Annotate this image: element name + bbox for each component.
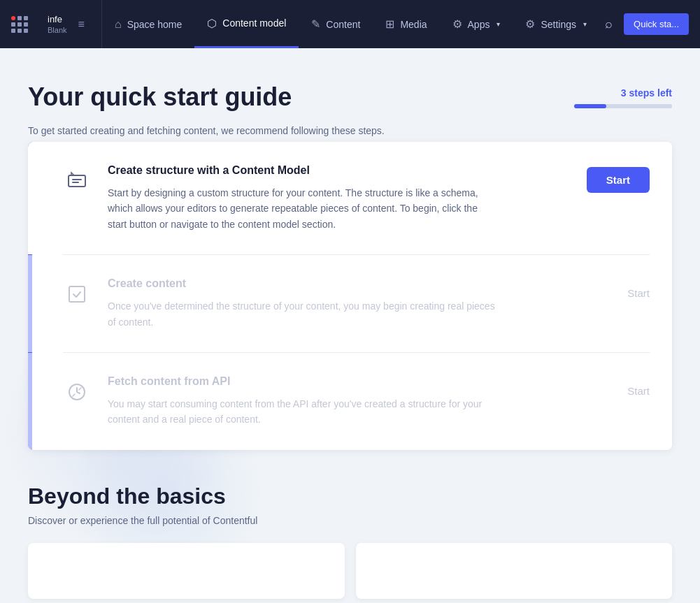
nav-content-model[interactable]: ⬡ Content model: [194, 0, 299, 48]
step-3-action: Start: [580, 375, 650, 404]
guide-card: Create structure with a Content Model St…: [28, 142, 672, 450]
nav-right: ⌕ Quick sta...: [599, 0, 700, 48]
step-3-title: Fetch content from API: [108, 375, 563, 388]
settings-icon: ⚙: [525, 17, 535, 31]
apps-chevron-icon: ▾: [497, 20, 500, 28]
media-icon: ⊞: [385, 17, 394, 31]
step-1-content: Create structure with a Content Model St…: [108, 164, 563, 232]
beyond-title: Beyond the basics: [28, 484, 672, 509]
nav-media[interactable]: ⊞ Media: [373, 0, 439, 48]
step-3-start-button: Start: [627, 378, 650, 404]
step-row-3: Fetch content from API You may start con…: [28, 353, 672, 450]
nav-settings[interactable]: ⚙ Settings ▾: [513, 0, 599, 48]
space-home-label: Space home: [127, 19, 183, 30]
home-icon: ⌂: [115, 18, 122, 31]
beyond-cards: [28, 543, 672, 599]
svg-rect-1: [69, 286, 85, 302]
apps-label: Apps: [468, 19, 490, 30]
grid-icon: [11, 16, 28, 33]
step-2-start-button: Start: [627, 280, 650, 306]
settings-chevron-icon: ▾: [583, 20, 587, 28]
step-2-content: Create content Once you've determined th…: [108, 277, 563, 330]
guide-title: Your quick start guide: [28, 82, 292, 112]
main-content: Your quick start guide 3 steps left To g…: [0, 48, 700, 603]
nav-brand: infe Blank ≡: [39, 0, 102, 48]
brand-sub: Blank: [48, 26, 67, 34]
nav-content[interactable]: ✎ Content: [299, 0, 373, 48]
step-2-title: Create content: [108, 277, 563, 290]
app-launcher[interactable]: [0, 0, 39, 48]
beyond-card-2[interactable]: [356, 543, 673, 599]
guide-subtitle: To get started creating and fetching con…: [28, 125, 672, 136]
progress-bar-fill: [574, 104, 606, 108]
guide-header-right: 3 steps left: [574, 82, 672, 119]
content-icon: ✎: [311, 17, 320, 31]
content-label: Content: [326, 19, 360, 30]
beyond-section: Beyond the basics Discover or experience…: [28, 484, 672, 599]
step-row-2: Create content Once you've determined th…: [28, 255, 672, 352]
steps-left-badge: 3 steps left: [621, 87, 672, 99]
content-model-label: Content model: [222, 17, 286, 29]
step-2-action: Start: [580, 277, 650, 306]
navbar: infe Blank ≡ ⌂ Space home ⬡ Content mode…: [0, 0, 700, 48]
nav-items: ⌂ Space home ⬡ Content model ✎ Content ⊞…: [102, 0, 599, 48]
step-3-content: Fetch content from API You may start con…: [108, 375, 563, 428]
step-row-1: Create structure with a Content Model St…: [28, 142, 672, 254]
beyond-subtitle: Discover or experience the full potentia…: [28, 515, 672, 526]
beyond-card-1[interactable]: [28, 543, 345, 599]
settings-label: Settings: [541, 19, 576, 30]
step-1-icon: [63, 167, 91, 195]
step-1-start-button[interactable]: Start: [587, 167, 650, 193]
nav-space-home[interactable]: ⌂ Space home: [102, 0, 194, 48]
media-label: Media: [400, 19, 427, 30]
quick-start-button[interactable]: Quick sta...: [624, 13, 689, 35]
step-1-desc: Start by designing a custom structure fo…: [108, 185, 499, 232]
content-model-icon: ⬡: [207, 17, 217, 30]
step-3-icon: [63, 378, 91, 406]
apps-icon: ⚙: [452, 17, 462, 31]
step-3-desc: You may start consuming content from the…: [108, 396, 499, 428]
step-2-icon: [63, 280, 91, 308]
progress-bar-container: [574, 104, 672, 108]
svg-rect-0: [69, 175, 85, 187]
step-1-title: Create structure with a Content Model: [108, 164, 563, 177]
guide-header: Your quick start guide 3 steps left: [28, 82, 672, 119]
nav-apps[interactable]: ⚙ Apps ▾: [440, 0, 513, 48]
brand-name: infe: [48, 14, 67, 26]
search-button[interactable]: ⌕: [599, 11, 618, 37]
step-2-desc: Once you've determined the structure of …: [108, 298, 499, 330]
step-1-action: Start: [580, 164, 650, 193]
hamburger-icon[interactable]: ≡: [78, 18, 85, 31]
